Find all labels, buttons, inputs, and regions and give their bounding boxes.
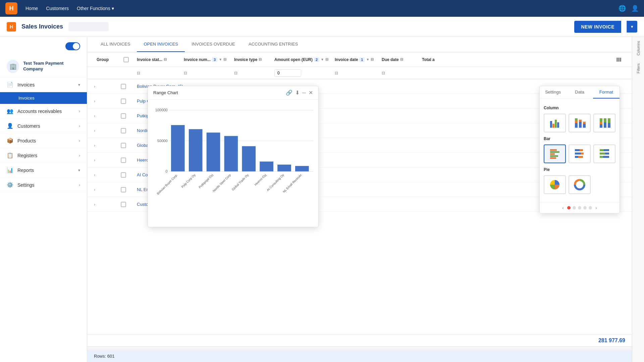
amount-sort-icon[interactable]: ▼ (321, 58, 324, 61)
svg-rect-0 (616, 58, 618, 62)
header-checkbox[interactable] (123, 57, 129, 62)
row-check-9[interactable] (121, 202, 126, 207)
th-total[interactable]: Total a (419, 52, 613, 67)
dot-4[interactable] (583, 206, 587, 209)
invoice-num-sort-icon[interactable]: ▼ (219, 58, 222, 61)
horizontal-scrollbar[interactable] (87, 346, 632, 350)
sidebar-item-invoices[interactable]: 📄 Invoices ▾ (0, 77, 87, 92)
row-checkbox[interactable] (121, 84, 134, 89)
chart-type-bar-100[interactable] (593, 144, 615, 163)
chart-download-icon[interactable]: ⬇ (295, 89, 300, 96)
chart-minimize-icon[interactable]: ─ (302, 90, 306, 96)
th-invoice-status[interactable]: Invoice stat... ⊟ (134, 52, 181, 67)
right-sidebar-columns[interactable]: Columns (636, 37, 640, 59)
chart-type-column-100[interactable] (593, 114, 615, 132)
sidebar-sub-item-invoices[interactable]: Invoices (0, 92, 87, 104)
type-filter-btn[interactable]: ⊟ (234, 71, 237, 75)
chart-tab-settings[interactable]: Settings (540, 86, 566, 99)
row-checkbox2[interactable] (121, 99, 134, 104)
dot-1[interactable] (567, 206, 571, 209)
tab-invoices-overdue[interactable]: INVOICES OVERDUE (185, 37, 242, 52)
inv-date-sort-icon[interactable]: ▼ (366, 58, 369, 61)
toggle-switch[interactable] (65, 42, 80, 50)
filter-amount-cell[interactable]: 0 (272, 67, 332, 79)
right-sidebar-filters[interactable]: Filters (636, 59, 640, 77)
nav-other-functions[interactable]: Other Functions ▾ (77, 6, 114, 11)
row-check-8[interactable] (121, 187, 126, 192)
row-check-5[interactable] (121, 143, 126, 148)
sidebar-item-products[interactable]: 📦 Products › (0, 133, 87, 148)
chart-type-donut[interactable] (569, 175, 591, 194)
sidebar-item-registers[interactable]: 📋 Registers › (0, 148, 87, 163)
search-input[interactable] (68, 22, 109, 31)
inv-date-filter-icon[interactable]: ⊟ (371, 57, 374, 62)
app-logo[interactable]: H (5, 2, 17, 14)
invoice-type-filter-icon[interactable]: ⊟ (259, 57, 262, 62)
chart-type-pie[interactable] (544, 175, 566, 194)
dot-2[interactable] (573, 206, 576, 209)
row-check-2[interactable] (121, 99, 126, 104)
svg-rect-43 (550, 149, 557, 151)
row-checkbox9[interactable] (121, 202, 134, 207)
svg-rect-1 (618, 58, 620, 62)
dot-5[interactable] (589, 206, 592, 209)
svg-rect-46 (550, 155, 558, 157)
status-filter-icon[interactable]: ⊟ (164, 57, 167, 62)
new-invoice-dropdown[interactable]: ▾ (627, 21, 637, 33)
amount-filter-icon[interactable]: ⊟ (325, 57, 328, 62)
filter-row: ⊟ ⊟ ⊟ 0 ⊟ ⊟ (87, 67, 632, 79)
sidebar-item-customers[interactable]: 👤 Customers › (0, 119, 87, 133)
chart-type-column-grouped[interactable] (544, 114, 566, 132)
row-check-7[interactable] (121, 172, 126, 178)
th-columns[interactable] (613, 52, 625, 67)
due-date-filter-btn[interactable]: ⊟ (382, 71, 385, 75)
globe-icon[interactable]: 🌐 (619, 5, 626, 12)
svg-rect-33 (579, 120, 582, 122)
amount-filter-input[interactable]: 0 (274, 69, 301, 77)
dots-prev[interactable]: ‹ (561, 205, 565, 210)
th-amount-open[interactable]: Amount open (EUR) 2 ▼ ⊟ (272, 52, 332, 67)
row-checkbox8[interactable] (121, 187, 134, 192)
th-due-date[interactable]: Due date ⊟ (379, 52, 419, 67)
chart-close-icon[interactable]: ✕ (309, 89, 313, 96)
page-title: Sales Invoices (21, 23, 63, 30)
row-checkbox7[interactable] (121, 172, 134, 178)
row-check-3[interactable] (121, 113, 126, 119)
sidebar-item-settings[interactable]: ⚙️ Settings › (0, 178, 87, 192)
status-filter-btn[interactable]: ⊟ (137, 71, 140, 75)
inv-date-filter-btn[interactable]: ⊟ (335, 71, 338, 75)
tab-accounting-entries[interactable]: ACCOUNTING ENTRIES (242, 37, 305, 52)
row-check-6[interactable] (121, 158, 126, 163)
sidebar-item-reports[interactable]: 📊 Reports ▾ (0, 163, 87, 178)
chart-section-bar: Bar (544, 136, 615, 141)
chart-type-bar-grouped[interactable] (544, 144, 566, 163)
tab-all-invoices[interactable]: ALL INVOICES (94, 37, 137, 52)
row-check-4[interactable] (121, 128, 126, 133)
inv-num-filter-btn[interactable]: ⊟ (184, 71, 187, 75)
svg-rect-9 (171, 125, 185, 171)
sidebar-item-accounts-receivables[interactable]: 👥 Accounts receivables › (0, 104, 87, 119)
nav-home[interactable]: Home (25, 6, 38, 11)
chart-tab-data[interactable]: Data (566, 86, 593, 99)
chart-type-bar-stacked[interactable] (569, 144, 591, 163)
due-date-filter-icon[interactable]: ⊟ (400, 57, 403, 62)
user-icon[interactable]: 👤 (631, 5, 639, 12)
row-checkbox4[interactable] (121, 128, 134, 133)
row-checkbox6[interactable] (121, 158, 134, 163)
chart-tab-format[interactable]: Format (593, 86, 620, 99)
row-checkbox3[interactable] (121, 113, 134, 119)
svg-rect-47 (550, 157, 556, 159)
chart-type-column-stacked[interactable] (569, 114, 591, 132)
chart-link-icon[interactable]: 🔗 (286, 89, 292, 96)
invoice-num-filter-icon[interactable]: ⊟ (223, 57, 226, 62)
th-invoice-type[interactable]: Invoice type ⊟ (231, 52, 272, 67)
th-invoice-num[interactable]: Invoice num... 3 ▼ ⊟ (181, 52, 231, 67)
nav-customers[interactable]: Customers (46, 6, 69, 11)
tab-open-invoices[interactable]: OPEN INVOICES (137, 37, 185, 52)
row-check-1[interactable] (121, 84, 126, 89)
dots-next[interactable]: › (594, 205, 598, 210)
new-invoice-button[interactable]: NEW INVOICE (574, 21, 621, 33)
dot-3[interactable] (578, 206, 581, 209)
row-checkbox5[interactable] (121, 143, 134, 148)
th-invoice-date[interactable]: Invoice date 1 ▼ ⊟ (332, 52, 379, 67)
